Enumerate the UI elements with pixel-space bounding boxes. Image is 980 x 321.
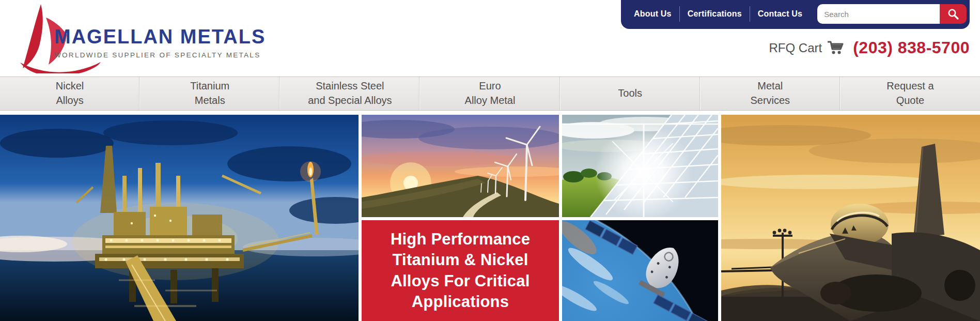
hero-banner: High Performance Titanium & Nickel Alloy… [362,220,559,321]
hero-image-spacecraft [562,220,718,321]
contact-us-link[interactable]: Contact Us [750,9,810,19]
hero-image-wind-turbines [362,115,559,217]
certifications-link[interactable]: Certifications [680,9,750,19]
hero-image-fighter-jet [721,115,980,321]
search-input[interactable] [817,4,940,24]
site-logo[interactable]: MAGELLAN METALS WORLDWIDE SUPPLIER OF SP… [18,2,276,74]
brand-name: MAGELLAN METALS [54,27,266,48]
logo-text: MAGELLAN METALS WORLDWIDE SUPPLIER OF SP… [54,27,266,59]
hero-middle-column-1: High Performance Titanium & Nickel Alloy… [362,115,559,321]
rfq-cart-label: RFQ Cart [769,41,822,55]
magellan-metals-homepage: MAGELLAN METALS WORLDWIDE SUPPLIER OF SP… [0,0,980,321]
brand-tagline: WORLDWIDE SUPPLIER OF SPECIALTY METALS [54,51,266,59]
hero-image-solar-panels [562,115,718,217]
main-navigation: Nickel Alloys Titanium Metals Stainless … [0,77,980,111]
nav-item-request-a-quote[interactable]: Request a Quote [840,77,980,110]
rfq-cart-link[interactable]: RFQ Cart [769,41,845,55]
hero-middle-column-2 [562,115,718,321]
nav-item-euro-alloy-metal[interactable]: Euro Alloy Metal [419,77,559,110]
nav-item-stainless-steel[interactable]: Stainless Steel and Special Alloys [279,77,419,110]
phone-number-link[interactable]: (203) 838-5700 [853,38,970,57]
rfq-phone-row: RFQ Cart (203) 838-5700 [769,38,970,57]
nav-item-metal-services[interactable]: Metal Services [700,77,840,110]
hero-image-offshore-oil-rig [0,115,359,321]
site-header: MAGELLAN METALS WORLDWIDE SUPPLIER OF SP… [0,0,980,77]
search-button[interactable] [940,4,967,24]
hero-collage: High Performance Titanium & Nickel Alloy… [0,115,980,321]
search-box [817,4,967,24]
search-icon [947,8,959,20]
nav-item-tools[interactable]: Tools [560,77,700,110]
about-us-link[interactable]: About Us [626,9,679,19]
utility-topbar: About Us Certifications Contact Us [621,0,970,29]
nav-item-nickel-alloys[interactable]: Nickel Alloys [0,77,139,110]
nav-item-titanium-metals[interactable]: Titanium Metals [139,77,279,110]
cart-icon [827,41,845,55]
